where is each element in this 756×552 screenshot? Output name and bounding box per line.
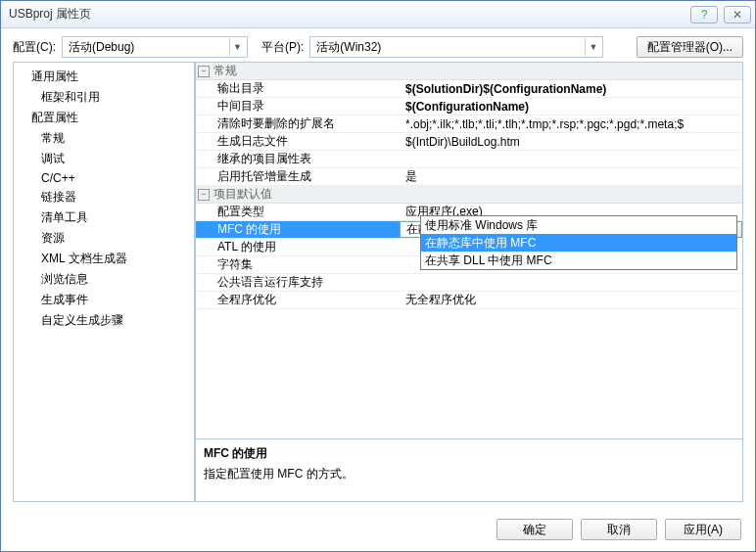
mfc-dropdown-list[interactable]: 使用标准 Windows 库 在静态库中使用 MFC 在共享 DLL 中使用 M… [420, 215, 737, 270]
collapse-icon[interactable]: − [198, 189, 210, 201]
tree-item-general[interactable]: 常规 [14, 128, 194, 149]
platform-label: 平台(P): [261, 39, 304, 56]
prop-output-dir[interactable]: 输出目录 $(SolutionDir)$(ConfigurationName) [196, 80, 742, 98]
chevron-down-icon: ▼ [585, 38, 600, 56]
group-general[interactable]: − 常规 [196, 63, 742, 80]
apply-button[interactable]: 应用(A) [665, 519, 741, 540]
tree-item-resources[interactable]: 资源 [14, 228, 194, 249]
tree-item-manifest[interactable]: 清单工具 [14, 207, 194, 228]
collapse-icon[interactable]: − [198, 66, 210, 77]
dd-option-standard[interactable]: 使用标准 Windows 库 [421, 216, 736, 234]
platform-value: 活动(Win32) [316, 39, 381, 56]
tree-item-build-events[interactable]: 生成事件 [14, 290, 194, 310]
property-pages-dialog: USBproj 属性页 ? ✕ 配置(C): 活动(Debug) ▼ 平台(P)… [0, 0, 756, 552]
tree-item-custom-build[interactable]: 自定义生成步骤 [14, 310, 194, 331]
property-grid-panel: − 常规 输出目录 $(SolutionDir)$(ConfigurationN… [195, 62, 743, 502]
tree-item-linker[interactable]: 链接器 [14, 187, 194, 207]
tree-item-framework[interactable]: 框架和引用 [14, 87, 194, 108]
prop-clean-extensions[interactable]: 清除时要删除的扩展名 *.obj;*.ilk;*.tlb;*.tli;*.tlh… [196, 115, 742, 133]
ok-button[interactable]: 确定 [496, 519, 573, 540]
cancel-button[interactable]: 取消 [581, 519, 657, 540]
platform-dropdown[interactable]: 活动(Win32) ▼ [309, 36, 603, 58]
prop-inherited-sheets[interactable]: 继承的项目属性表 [196, 151, 742, 168]
window-title: USBproj 属性页 [5, 6, 91, 23]
prop-clr[interactable]: 公共语言运行库支持 [196, 274, 742, 292]
tree-item-browse[interactable]: 浏览信息 [14, 269, 194, 290]
tree-item-cpp[interactable]: C/C++ [14, 169, 194, 187]
description-text: 指定配置使用 MFC 的方式。 [204, 466, 734, 483]
dd-option-shared[interactable]: 在共享 DLL 中使用 MFC [421, 252, 736, 269]
help-button[interactable]: ? [690, 6, 718, 23]
close-button[interactable]: ✕ [724, 6, 751, 23]
config-value: 活动(Debug) [69, 39, 134, 56]
tree-item-debug[interactable]: 调试 [14, 149, 194, 169]
category-tree[interactable]: 通用属性 框架和引用 配置属性 常规 调试 C/C++ 链接器 清单工具 资源 … [13, 62, 195, 502]
tree-item-common[interactable]: 通用属性 [14, 67, 194, 87]
tree-item-config[interactable]: 配置属性 [14, 108, 194, 128]
prop-intermediate-dir[interactable]: 中间目录 $(ConfigurationName) [196, 98, 742, 115]
prop-managed-incremental[interactable]: 启用托管增量生成 是 [196, 168, 742, 186]
description-title: MFC 的使用 [204, 445, 734, 462]
group-project-defaults[interactable]: − 项目默认值 [196, 186, 742, 204]
tree-item-xml-doc[interactable]: XML 文档生成器 [14, 249, 194, 269]
config-label: 配置(C): [13, 39, 56, 56]
titlebar: USBproj 属性页 ? ✕ [1, 1, 755, 28]
config-dropdown[interactable]: 活动(Debug) ▼ [62, 36, 248, 58]
configuration-bar: 配置(C): 活动(Debug) ▼ 平台(P): 活动(Win32) ▼ 配置… [1, 28, 755, 62]
prop-build-log[interactable]: 生成日志文件 $(IntDir)\BuildLog.htm [196, 133, 742, 151]
dialog-footer: 确定 取消 应用(A) [1, 508, 755, 551]
description-panel: MFC 的使用 指定配置使用 MFC 的方式。 [196, 438, 742, 501]
dd-option-static[interactable]: 在静态库中使用 MFC [421, 234, 736, 252]
prop-whole-program-opt[interactable]: 全程序优化 无全程序优化 [196, 292, 742, 309]
chevron-down-icon: ▼ [229, 38, 245, 56]
configuration-manager-button[interactable]: 配置管理器(O)... [637, 36, 743, 58]
